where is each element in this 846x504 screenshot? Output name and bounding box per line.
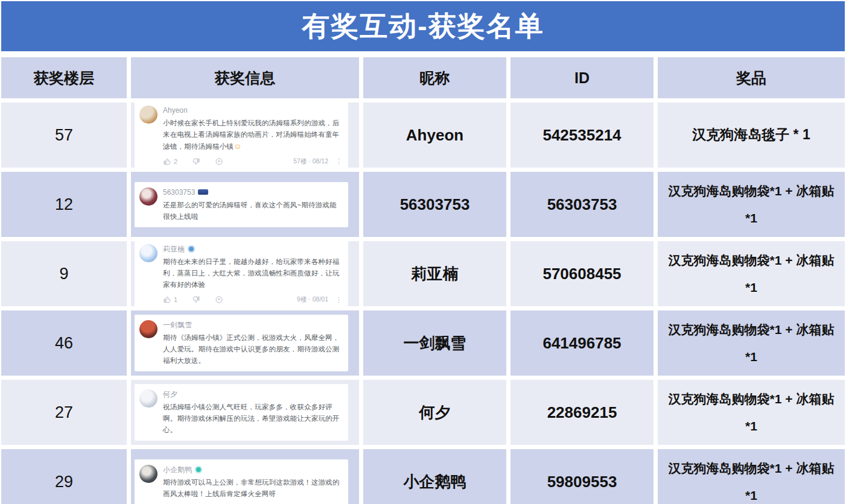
comment-username: 莉亚楠	[163, 244, 185, 254]
comment-username: 何夕	[163, 389, 342, 399]
id-cell: 22869215	[510, 380, 654, 445]
title-banner: 有奖互动-获奖名单	[1, 1, 845, 51]
comment-cell: 何夕 祝汤姆猫小镇公测人气旺旺，玩家多多，收获众多好评啊。期待游戏休闲解压的玩法…	[131, 380, 359, 445]
prize-cell: 汉克狗海岛毯子 * 1	[658, 102, 845, 168]
nickname-cell: 56303753	[363, 172, 506, 237]
prize-cell: 汉克狗海岛购物袋*1 + 冰箱贴*1	[658, 172, 845, 237]
floor-cell: 46	[1, 310, 127, 376]
kebab-menu-icon: ⋮	[336, 296, 342, 304]
comment-text: 期待游戏可以马上公测，非常想玩到这款游戏！这游戏的画风太棒啦！上线后肯定爆火全网…	[163, 477, 342, 500]
prize-cell: 汉克狗海岛购物袋*1 + 冰箱贴*1	[658, 449, 845, 504]
nickname-cell: 一剑飘雪	[363, 310, 506, 376]
avatar	[139, 320, 157, 338]
comment-text: 还是那么的可爱的汤姆猫呀，喜欢这个画风~期待游戏能很快上线啦	[163, 200, 342, 222]
col-header-nickname: 昵称	[363, 57, 506, 98]
floor-cell: 12	[1, 172, 127, 237]
col-header-floor: 获奖楼层	[1, 57, 127, 98]
comment-cell: 一剑飘雪 期待《汤姆猫小镇》正式公测，祝游戏大火，风靡全网，人人爱玩。期待在游戏…	[131, 310, 359, 376]
comment-card: 莉亚楠 期待在未来的日子里，能越办越好，给玩家带来各种好福利，蒸蒸日上，大红大紫…	[135, 239, 348, 309]
smiley-emoji-icon: ☺	[234, 142, 241, 151]
avatar	[139, 389, 157, 408]
level-badge-icon	[188, 245, 195, 253]
like-count: 1	[174, 296, 177, 303]
prize-cell: 汉克狗海岛购物袋*1 + 冰箱贴*1	[658, 380, 845, 445]
comment-cell: 小企鹅鸭 期待游戏可以马上公测，非常想玩到这款游戏！这游戏的画风太棒啦！上线后肯…	[131, 449, 359, 504]
comment-text: 祝汤姆猫小镇公测人气旺旺，玩家多多，收获众多好评啊。期待游戏休闲解压的玩法，希望…	[163, 402, 342, 436]
page-title: 有奖互动-获奖名单	[302, 8, 544, 45]
thumbs-up-icon	[163, 295, 171, 304]
comment-username: Ahyeon	[163, 106, 342, 115]
comment-text: 期待《汤姆猫小镇》正式公测，祝游戏大火，风靡全网，人人爱玩。期待在游戏中认识更多…	[163, 332, 342, 367]
id-cell: 542535214	[510, 102, 654, 168]
col-header-prize: 奖品	[658, 57, 845, 98]
reply-icon	[215, 157, 223, 166]
id-cell: 641496785	[510, 310, 654, 376]
floor-cell: 29	[1, 449, 127, 504]
comment-text: 小时候在家长手机上特别爱玩我的汤姆猫系列的游戏，后来在电视上看汤姆猫家族的动画片…	[163, 118, 342, 153]
kebab-menu-icon: ⋮	[336, 157, 342, 165]
prize-cell: 汉克狗海岛购物袋*1 + 冰箱贴*1	[658, 241, 845, 306]
comment-text: 期待在未来的日子里，能越办越好，给玩家带来各种好福利，蒸蒸日上，大红大紫，游戏流…	[163, 256, 342, 291]
avatar	[139, 106, 157, 124]
thumbs-down-icon	[192, 295, 200, 304]
floor-date-meta: 9楼 · 08/01	[297, 295, 328, 304]
avatar	[139, 244, 157, 262]
comment-card: 一剑飘雪 期待《汤姆猫小镇》正式公测，祝游戏大火，风靡全网，人人爱玩。期待在游戏…	[135, 315, 348, 371]
floor-cell: 9	[1, 241, 127, 306]
winner-list-sheet: 有奖互动-获奖名单 获奖楼层 获奖信息 昵称 ID 奖品 57 Ahyeon 小…	[0, 0, 846, 504]
floor-cell: 27	[1, 380, 127, 445]
comment-footer: 1 9楼 · 08/01⋮	[163, 295, 342, 304]
nickname-cell: 小企鹅鸭	[363, 449, 506, 504]
nickname-cell: 何夕	[363, 380, 506, 445]
comment-card: 56303753 还是那么的可爱的汤姆猫呀，喜欢这个画风~期待游戏能很快上线啦	[135, 182, 348, 227]
comment-card: 何夕 祝汤姆猫小镇公测人气旺旺，玩家多多，收获众多好评啊。期待游戏休闲解压的玩法…	[135, 384, 348, 441]
level-badge-icon	[195, 466, 202, 473]
reply-icon	[215, 295, 223, 304]
id-cell: 56303753	[510, 172, 654, 237]
nickname-cell: Ahyeon	[363, 102, 506, 168]
prize-cell: 汉克狗海岛购物袋*1 + 冰箱贴*1	[658, 310, 845, 376]
winners-table: 获奖楼层 获奖信息 昵称 ID 奖品 57 Ahyeon 小时候在家长手机上特别…	[1, 57, 845, 504]
thumbs-up-icon	[163, 157, 171, 166]
comment-cell: 莉亚楠 期待在未来的日子里，能越办越好，给玩家带来各种好福利，蒸蒸日上，大红大紫…	[131, 241, 359, 306]
col-header-info: 获奖信息	[131, 57, 359, 98]
avatar	[139, 187, 157, 206]
id-cell: 570608455	[510, 241, 654, 306]
comment-footer: 2 57楼 · 08/12⋮	[163, 157, 342, 166]
comment-username: 小企鹅鸭	[163, 465, 192, 474]
level-plaque-icon	[198, 189, 208, 195]
comment-cell: 56303753 还是那么的可爱的汤姆猫呀，喜欢这个画风~期待游戏能很快上线啦	[131, 172, 359, 237]
floor-cell: 57	[1, 102, 127, 168]
col-header-id: ID	[510, 57, 654, 98]
thumbs-down-icon	[192, 157, 200, 166]
comment-username: 56303753	[163, 187, 195, 197]
like-count: 2	[174, 158, 177, 165]
comment-card: Ahyeon 小时候在家长手机上特别爱玩我的汤姆猫系列的游戏，后来在电视上看汤姆…	[135, 100, 348, 171]
nickname-cell: 莉亚楠	[363, 241, 506, 306]
comment-username: 一剑飘雪	[163, 320, 342, 330]
floor-date-meta: 57楼 · 08/12	[293, 157, 328, 166]
comment-cell: Ahyeon 小时候在家长手机上特别爱玩我的汤姆猫系列的游戏，后来在电视上看汤姆…	[131, 102, 359, 168]
comment-card: 小企鹅鸭 期待游戏可以马上公测，非常想玩到这款游戏！这游戏的画风太棒啦！上线后肯…	[135, 459, 348, 504]
id-cell: 59809553	[510, 449, 654, 504]
avatar	[139, 465, 157, 483]
